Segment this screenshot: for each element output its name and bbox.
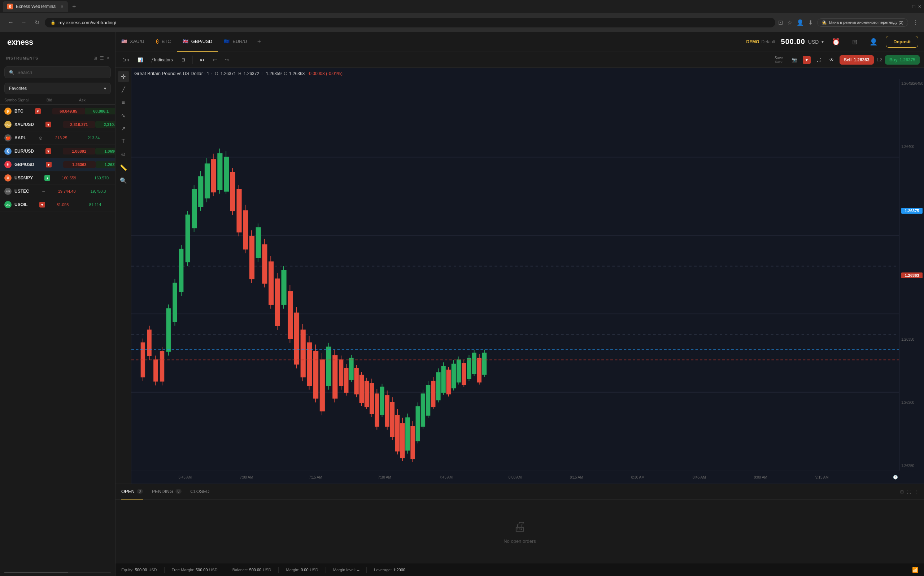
- orders-icon-2[interactable]: ⛶: [907, 490, 911, 494]
- list-item[interactable]: US USTEC – 19,744.40 19,750.3: [0, 185, 115, 198]
- save-sub-label: Save: [775, 60, 783, 64]
- ask-price-badge: 1.26375: [901, 208, 922, 214]
- price-level-val2: 1.26400: [901, 145, 922, 149]
- save-button[interactable]: Save Save: [772, 54, 786, 65]
- close-panel-icon[interactable]: ×: [107, 56, 109, 61]
- browser-maximize[interactable]: □: [912, 3, 915, 10]
- emoji-tool[interactable]: ☺: [118, 149, 129, 160]
- equity-currency: USD: [148, 568, 157, 572]
- account-info: DEMO Default 500.00 USD ▾ ⏰ ⊞ 👤 Deposit: [741, 35, 924, 48]
- curve-tool[interactable]: ∿: [118, 110, 129, 121]
- instruments-table: ₿ BTC ▼ 60,849.85 60,886.1 XAU XAU/USD ▼…: [0, 105, 115, 569]
- balance-value: 500.00: [249, 568, 262, 572]
- demo-label: DEMO: [747, 39, 759, 45]
- sell-button[interactable]: Sell 1.26363: [839, 55, 874, 65]
- tab-open-orders[interactable]: OPEN 0: [121, 484, 143, 499]
- list-item[interactable]: € EUR/USD ▼ 1.06891 1.06901: [0, 145, 115, 158]
- text-tool[interactable]: T: [118, 136, 129, 147]
- tab-eurusd[interactable]: 🇪🇺 EUR/U: [218, 32, 253, 51]
- eye-btn[interactable]: 👁: [826, 56, 837, 64]
- undo-btn[interactable]: ↩: [210, 56, 219, 64]
- orders-icon-3[interactable]: ⋮: [914, 490, 918, 494]
- filter-dropdown[interactable]: Favorites ▾: [4, 83, 111, 94]
- list-item[interactable]: ¥ USD/JPY ▲ 160.559 160.570: [0, 171, 115, 185]
- search-bar[interactable]: 🔍: [4, 66, 111, 78]
- list-item[interactable]: OIL USOIL ▼ 81.095 81.114: [0, 198, 115, 211]
- search-input[interactable]: [17, 70, 106, 75]
- chart-main[interactable]: Great Britain Pound vs US Dollar · 1 · O…: [131, 68, 924, 483]
- eurusd-name: EUR/USD: [14, 149, 34, 154]
- url-bar[interactable]: 🔒 my.exness.com/webtrading/: [45, 18, 775, 27]
- list-item[interactable]: ₿ BTC ▼ 60,849.85 60,886.1: [0, 105, 115, 118]
- time-label-645: 6:45 AM: [178, 475, 192, 479]
- tab-xauusd[interactable]: 🇺🇸 XAU/U: [115, 32, 150, 51]
- browser-minimize[interactable]: –: [907, 3, 910, 10]
- aapl-bid: 213.25: [55, 136, 88, 140]
- buy-button[interactable]: Buy 1.26375: [885, 55, 920, 65]
- time-label-700: 7:00 AM: [240, 475, 253, 479]
- usoil-ask: 81.114: [89, 202, 115, 207]
- menu-icon[interactable]: ⋮: [913, 19, 918, 26]
- address-bar: ← → ↻ 🔒 my.exness.com/webtrading/ ⊡ ☆ 👤 …: [0, 13, 924, 32]
- open-orders-count: 0: [137, 489, 143, 494]
- price-level-val3: 1.26350: [901, 338, 922, 341]
- browser-chrome: E Exness WebTerminal × + – □ × ← → ↻ 🔒 m…: [0, 0, 924, 32]
- sell-buy-group: Sell 1.26363 1.2 Buy 1.26375: [839, 55, 920, 65]
- redo-btn[interactable]: ↪: [222, 56, 232, 64]
- fullscreen-btn[interactable]: ⛶: [814, 56, 824, 64]
- grid-view-icon[interactable]: ⊞: [93, 56, 97, 61]
- user-icon[interactable]: 👤: [867, 35, 880, 48]
- tab-btc[interactable]: ₿ BTC: [150, 32, 177, 51]
- arrow-tool[interactable]: ↗: [118, 123, 129, 134]
- balance-dropdown-icon[interactable]: ▾: [822, 39, 824, 45]
- symbol-cell-gbpusd: £ GBP/USD: [4, 161, 34, 168]
- draw-line-tool[interactable]: ╱: [118, 84, 129, 95]
- reload-button[interactable]: ↻: [32, 17, 42, 27]
- new-tab-button[interactable]: +: [69, 3, 79, 10]
- status-sep-5: [366, 567, 367, 573]
- btc-bid: 60,849.85: [52, 108, 85, 114]
- forward-button[interactable]: →: [19, 17, 29, 27]
- tab-title: Exness WebTerminal: [16, 4, 57, 9]
- search-icon: 🔍: [9, 70, 14, 75]
- browser-close[interactable]: ×: [918, 3, 921, 10]
- list-item[interactable]: XAU XAU/USD ▼ 2,310.271 2,310.47: [0, 118, 115, 131]
- ruler-tool[interactable]: 📏: [118, 162, 129, 173]
- sidebar-logo: exness: [0, 32, 115, 53]
- free-margin-label: Free Margin:: [172, 568, 194, 572]
- usdjpy-signal: ▲: [45, 175, 50, 181]
- zoom-tool[interactable]: 🔍: [118, 175, 129, 186]
- chart-type-btn[interactable]: 📊: [134, 56, 146, 64]
- cast-icon[interactable]: ⊡: [778, 19, 783, 26]
- add-symbol-button[interactable]: +: [253, 32, 265, 51]
- browser-tab-active[interactable]: E Exness WebTerminal ×: [3, 1, 68, 12]
- back-button[interactable]: ←: [6, 17, 16, 27]
- grid-icon[interactable]: ⊞: [848, 35, 861, 48]
- xauusd-icon: XAU: [4, 121, 11, 128]
- ustec-ask: 19,750.3: [91, 189, 115, 194]
- tab-close-button[interactable]: ×: [61, 3, 64, 10]
- templates-btn[interactable]: ⊟: [179, 56, 188, 64]
- list-item[interactable]: £ GBP/USD ▼ 1.26363 1.26375: [0, 158, 115, 171]
- candle-area: [131, 79, 899, 470]
- crosshair-tool[interactable]: ✛: [118, 71, 129, 82]
- orders-icon-1[interactable]: ⊞: [900, 490, 904, 494]
- tab-gbpusd[interactable]: 🇬🇧 GBP/USD: [177, 32, 218, 51]
- tab-closed-orders[interactable]: CLOSED: [190, 484, 209, 499]
- list-item[interactable]: 🍎 AAPL ⊘ 213.25 213.34: [0, 131, 115, 145]
- alarm-icon[interactable]: ⏰: [830, 35, 842, 48]
- anon-badge[interactable]: 🕵 Вікна в режимі анонімного перегляду (2…: [817, 18, 908, 27]
- chart-change: -0.00008 (-0.01%): [307, 71, 342, 76]
- indicators-btn[interactable]: 𝑓 Indicators: [149, 56, 176, 64]
- bookmark-icon[interactable]: ☆: [787, 19, 792, 26]
- horizontal-line-tool[interactable]: ≡: [118, 97, 129, 108]
- account-icon[interactable]: 👤: [796, 19, 804, 26]
- deposit-button[interactable]: Deposit: [886, 36, 918, 48]
- timeframe-btn[interactable]: 1m: [120, 56, 132, 64]
- list-view-icon[interactable]: ☰: [100, 56, 104, 61]
- screenshot-btn[interactable]: 📷: [789, 56, 800, 64]
- indicators-label: Indicators: [154, 58, 173, 62]
- download-icon[interactable]: ⬇: [808, 19, 813, 26]
- rewind-btn[interactable]: ⏮: [197, 56, 207, 64]
- tab-pending-orders[interactable]: PENDING 0: [152, 484, 182, 499]
